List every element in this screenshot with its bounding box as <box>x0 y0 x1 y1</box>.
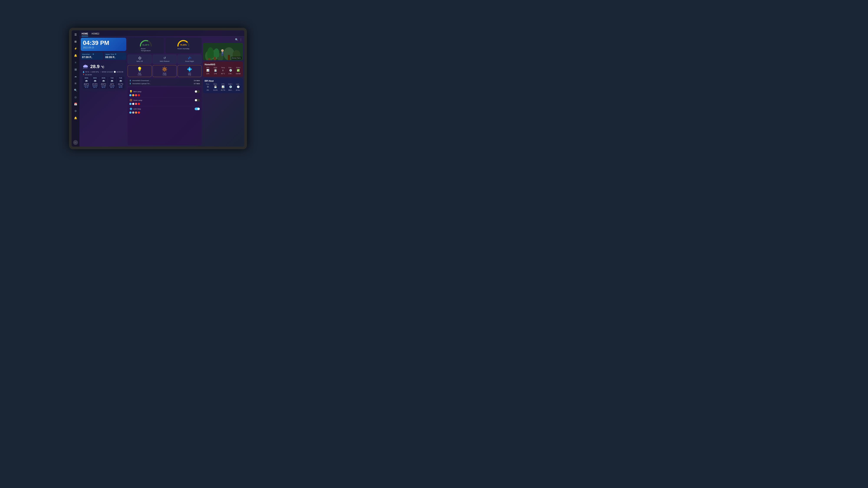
desk-lamp-color-red[interactable] <box>135 103 137 105</box>
sidebar-icon-wifi[interactable]: ◎ <box>73 95 78 100</box>
bed-lamp-color-darkred[interactable] <box>138 94 140 96</box>
bed-lamp-color-red[interactable] <box>135 94 137 96</box>
svg-rect-7 <box>214 56 216 60</box>
sidebar-icon-flash[interactable]: ⚡ <box>73 46 78 51</box>
desk-lamp-color-white[interactable] <box>132 103 134 105</box>
rpihost-val-proc: 6% <box>205 89 211 91</box>
tab-home2[interactable]: HOME2 <box>92 32 99 36</box>
nas-upload-value: 3.7 kb/s <box>194 83 200 85</box>
timezone-shenzhen: Shenzhen ... 👁 07:09 P.. <box>81 52 103 60</box>
bed-lamp-color-orange[interactable] <box>132 94 134 96</box>
clock-card: 04:39 PM 2022-09-19 <box>81 38 126 51</box>
weather-cloud-icon: 🌧 <box>83 63 89 70</box>
bed-lamp-name: BedLamp <box>138 72 142 75</box>
rpihost-val-last: 20 ho.. <box>235 89 241 91</box>
svg-rect-6 <box>208 56 211 60</box>
clock-date: 2022-09-19 <box>83 46 124 49</box>
rpihost-values: 6% 31.0% 45.7% 89.8 .. 20 ho.. <box>205 89 241 91</box>
forecast-row: MON 🌧 28.9°C 1.9 mm 76 % MON 🌧 27.0°C 0. <box>83 76 125 89</box>
homenas-header-temp: Temp <box>220 67 226 68</box>
bed-lamp-toggle[interactable] <box>195 90 200 93</box>
bed-lamp-color-cyan[interactable] <box>129 94 131 96</box>
humidity-gauge-svg: 75.25% <box>177 39 190 47</box>
rpihost-headers: Proc. Mem. CPU Disk f.. Last .. <box>205 83 241 85</box>
nas-off-icon: ⏻ <box>138 56 141 60</box>
light-card-led-strip[interactable]: 💠 LEDStrip <box>178 65 202 77</box>
nas-off-button[interactable]: ⏻ NAS Off <box>128 55 152 64</box>
rpihost-header-mem: Mem. <box>212 83 219 85</box>
bed-lamp-icon: 💡 <box>137 67 142 72</box>
weather-details: 💧 79 % ○ 1009 hPa → WSW 14 km/h <box>83 71 125 76</box>
sensor-row: 31.25°C RoomTemperature 75.25% Room Hu <box>128 38 202 53</box>
desk-lamp-colors <box>129 103 200 105</box>
rpihost-val-cpu: 45.7% <box>220 89 226 91</box>
forecast-day-2: MON 🌧 25.9°C 1.4 mm 69 % <box>100 76 107 89</box>
rpihost-val-mem: 31.0% <box>212 89 219 91</box>
light-card-bed-lamp[interactable]: 💡 BedLamp <box>128 65 152 77</box>
good-night-button[interactable]: 💤 Good Night <box>178 55 202 64</box>
rpihost-card: RPi Host Proc. Mem. CPU Disk f.. Last ..… <box>203 78 243 93</box>
sidebar-icon-menu[interactable]: ☰ <box>73 32 78 37</box>
sidebar-icon-settings[interactable]: ⚙ <box>73 108 78 113</box>
homenas-card: HomeNAS CPU RAM Temp Disk .. Status 📊 💾 … <box>203 62 243 77</box>
sidebar-icon-cloud[interactable]: ☁ <box>73 74 78 79</box>
sidebar-icon-search[interactable]: 🔍 <box>73 88 78 93</box>
homenas-icon-status: ✅ <box>235 69 241 72</box>
rpihost-icon-disk: 💿 <box>227 86 234 89</box>
nas-download-item: ⬇ HomeNAS Download ... 3.4 kb/s <box>129 79 200 82</box>
svg-rect-14 <box>222 54 223 56</box>
nas-download-value: 3.4 kb/s <box>194 79 200 82</box>
led-strip-toggle[interactable] <box>195 107 200 110</box>
homenas-icon-disk: 💿 <box>227 69 234 72</box>
clock-time: 04:39 PM <box>83 40 124 46</box>
weather-pressure: ○ 1009 hPa <box>90 71 99 73</box>
light-controls-row: 💡 BedLamp 🔆 DeskLamp 💠 LEDStrip <box>128 65 202 77</box>
desk-lamp-name: DeskLamp <box>163 72 167 75</box>
tab-home[interactable]: HOME <box>82 32 88 36</box>
sidebar-icon-list[interactable]: ≡ <box>73 60 78 65</box>
homenas-header-ram: RAM <box>212 67 219 68</box>
led-strip-color-red[interactable] <box>138 111 140 113</box>
led-strip-color-cyan[interactable] <box>129 111 131 113</box>
desk-lamp-device-icon: 🔆 <box>129 99 132 102</box>
device-bezel: ☰ ⊞ ⚡ 🔔 ≡ ▦ ☁ ≣ 🔍 ◎ 📅 ⚙ 🔔 ← HOME HOME2 <box>69 28 247 149</box>
desk-lamp-toggle[interactable] <box>195 99 200 101</box>
homenas-title: HomeNAS <box>205 63 241 66</box>
led-strip-color-gray[interactable] <box>132 111 134 113</box>
svg-point-11 <box>221 49 224 52</box>
sidebar-icon-user[interactable]: ← <box>73 140 78 145</box>
sidebar-icon-notification[interactable]: 🔔 <box>73 116 78 121</box>
homenas-icon-ram: 💾 <box>212 69 219 72</box>
garden-view: Home Farm <box>203 43 243 60</box>
homenas-val-status: normal <box>235 73 241 74</box>
download-icon: ⬇ <box>129 79 131 82</box>
desk-lamp-color-darkred[interactable] <box>138 103 140 105</box>
nas-reboot-button[interactable]: ↺ NAS Reboot <box>153 55 177 64</box>
homenas-icon-temp: 🌡 <box>220 69 226 72</box>
rpihost-header-disk: Disk f.. <box>227 83 234 85</box>
light-device-bed-lamp: 💡 Bed Lamp <box>129 89 200 98</box>
led-strip-color-orange[interactable] <box>135 111 137 113</box>
humidity-label: Room Humidity <box>178 48 189 50</box>
sidebar-icon-chart[interactable]: ▦ <box>73 67 78 72</box>
homenas-val-cpu: 12% <box>205 73 211 74</box>
weather-humidity: 💧 79 % <box>83 71 89 73</box>
more-menu-icon[interactable]: ⋮ <box>240 38 242 41</box>
weather-card: 🌧 28.9 °C 💧 79 % <box>81 61 126 91</box>
bed-lamp-device-icon: 💡 <box>129 90 132 93</box>
rpihost-icon-last: 🕐 <box>235 86 241 89</box>
led-strip-name: LEDStrip <box>188 72 191 75</box>
nas-reboot-icon: ↺ <box>163 56 166 60</box>
sidebar-icon-grid[interactable]: ⊞ <box>73 39 78 44</box>
upload-icon: ⬆ <box>129 83 131 85</box>
homenas-header-cpu: CPU <box>205 67 211 68</box>
desk-lamp-color-cyan[interactable] <box>129 103 131 105</box>
sidebar-icon-text[interactable]: ≣ <box>73 81 78 86</box>
timezone-japan-time: 08:09 P.. <box>105 56 125 59</box>
light-card-desk-lamp[interactable]: 🔆 DeskLamp <box>153 65 177 77</box>
search-icon[interactable]: 🔍 <box>235 38 238 41</box>
desk-lamp-device-name: Desk Lamp <box>133 99 194 101</box>
sidebar-icon-calendar[interactable]: 📅 <box>73 101 78 107</box>
sidebar-icon-bell[interactable]: 🔔 <box>73 53 78 58</box>
rpihost-icon-proc: ⚙ <box>205 86 211 89</box>
